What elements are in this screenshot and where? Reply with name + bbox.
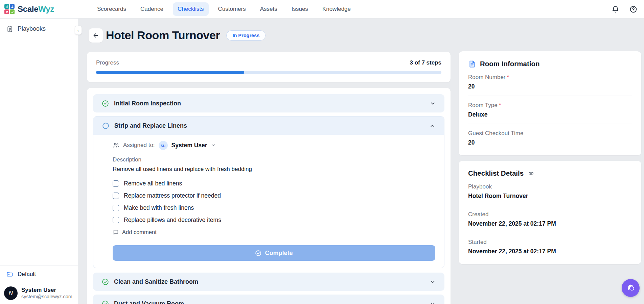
chevron-up-icon <box>430 123 435 129</box>
nav-item-customers[interactable]: Customers <box>213 2 251 16</box>
nav-item-scorecards[interactable]: Scorecards <box>92 2 131 16</box>
checklist-column: Progress 3 of 7 steps Initial Room Inspe… <box>87 52 451 304</box>
add-comment-button[interactable]: Add comment <box>113 228 435 236</box>
field-guest-checkout-time: Guest Checkout Time 20 <box>468 124 632 146</box>
workspace-label: Default <box>18 271 36 278</box>
step-title: Strip and Replace Linens <box>114 122 424 129</box>
assignee-name: System User <box>171 142 207 149</box>
subtask-row[interactable]: Remove all bed linens <box>113 179 435 187</box>
details-panel: Room Information Room Number* 20 Room Ty… <box>459 51 641 264</box>
step-title: Clean and Sanitize Bathroom <box>114 278 425 285</box>
field-value: 20 <box>468 83 632 90</box>
description-text: Remove all used linens and replace with … <box>113 166 435 173</box>
subtask-checkbox[interactable] <box>113 205 119 211</box>
user-profile[interactable]: N System User system@scalewyz.com <box>0 283 78 304</box>
description-label: Description <box>113 156 435 163</box>
nav-item-issues[interactable]: Issues <box>287 2 313 16</box>
assigned-row: Assigned to: su System User <box>113 141 435 150</box>
subtask-checkbox[interactable] <box>113 180 119 187</box>
subtask-label: Make bed with fresh linens <box>124 204 194 211</box>
page-title: Hotel Room Turnover <box>106 29 220 42</box>
sidebar-item-label: Playbooks <box>18 25 46 32</box>
complete-button-label: Complete <box>265 250 293 257</box>
step-dust-and-vacuum-room[interactable]: Dust and Vacuum Room <box>93 295 444 304</box>
checklist-card: Initial Room Inspection Strip and Replac… <box>87 88 451 304</box>
sidebar-collapse-button[interactable]: ‹ <box>75 26 82 35</box>
field-room-number: Room Number* 20 <box>468 68 632 96</box>
field-label: Created <box>468 211 632 218</box>
bell-icon[interactable] <box>612 5 619 13</box>
add-comment-label: Add comment <box>122 229 157 235</box>
step-clean-and-sanitize-bathroom[interactable]: Clean and Sanitize Bathroom <box>93 273 444 291</box>
subtask-label: Remove all bed linens <box>124 180 182 187</box>
step-body: Assigned to: su System User Description … <box>93 135 444 268</box>
avatar: N <box>4 286 18 300</box>
subtask-label: Replace mattress protector if needed <box>124 192 221 199</box>
field-playbook: Playbook Hotel Room Turnover <box>468 177 632 205</box>
users-icon <box>113 142 119 149</box>
logo-barchart-icon <box>4 4 9 9</box>
room-information-card: Room Information Room Number* 20 Room Ty… <box>459 51 641 155</box>
status-badge: In Progress <box>226 30 266 41</box>
field-value: 20 <box>468 139 632 146</box>
field-value: Hotel Room Turnover <box>468 193 632 200</box>
subtask-row[interactable]: Replace pillows and decorative items <box>113 216 435 224</box>
speech-bubble-icon <box>113 229 119 235</box>
circle-outline-icon <box>102 122 109 129</box>
step-header[interactable]: Strip and Replace Linens <box>93 117 444 135</box>
clipboard-icon <box>6 26 13 32</box>
nav-item-assets[interactable]: Assets <box>255 2 282 16</box>
help-icon[interactable] <box>629 5 637 13</box>
main-content: Hotel Room Turnover In Progress Progress… <box>78 19 644 304</box>
assignee-dropdown-icon[interactable] <box>211 143 216 148</box>
subtask-checkbox[interactable] <box>113 217 119 223</box>
sidebar-bottom: Default N System User system@scalewyz.co… <box>0 265 78 304</box>
link-icon[interactable] <box>528 170 534 177</box>
page-header: Hotel Room Turnover In Progress <box>106 29 266 42</box>
chevron-down-icon <box>430 301 436 304</box>
sidebar: Playbooks Default N System User system@s… <box>0 19 78 304</box>
check-circle-icon <box>102 100 109 107</box>
step-initial-room-inspection[interactable]: Initial Room Inspection <box>93 94 444 112</box>
field-created: Created November 22, 2025 at 02:17 PM <box>468 205 632 233</box>
step-strip-and-replace-linens: Strip and Replace Linens Assigned to: su… <box>93 116 444 268</box>
room-information-title: Room Information <box>480 60 540 68</box>
logo-pin-icon <box>4 9 9 14</box>
assigned-label: Assigned to: <box>123 142 155 149</box>
back-button[interactable] <box>89 28 103 43</box>
chevron-down-icon <box>430 279 436 285</box>
logo-grid-icon <box>4 4 15 14</box>
logo-check-icon <box>10 9 15 14</box>
required-marker: * <box>499 102 501 108</box>
progress-steps-count: 3 of 7 steps <box>410 59 441 66</box>
logo-person-icon <box>10 4 15 9</box>
subtask-label: Replace pillows and decorative items <box>124 217 221 224</box>
folder-icon <box>6 271 13 278</box>
subtask-checkbox[interactable] <box>113 193 119 199</box>
chat-button[interactable] <box>622 279 640 297</box>
user-name: System User <box>21 286 72 294</box>
field-label: Room Type* <box>468 102 632 109</box>
check-circle-icon <box>102 300 109 304</box>
progress-label: Progress <box>96 59 119 66</box>
user-info: System User system@scalewyz.com <box>21 286 72 300</box>
nav-item-cadence[interactable]: Cadence <box>136 2 168 16</box>
brand-name: ScaleWyz <box>18 4 54 14</box>
brand-logo[interactable]: ScaleWyz <box>0 4 78 14</box>
chat-bubbles-icon <box>626 283 636 293</box>
subtask-row[interactable]: Replace mattress protector if needed <box>113 192 435 200</box>
chevron-down-icon <box>430 101 436 106</box>
step-title: Dust and Vacuum Room <box>114 300 425 304</box>
field-value: November 22, 2025 at 02:17 PM <box>468 248 632 255</box>
top-bar: ScaleWyz Scorecards Cadence Checklists C… <box>0 0 644 19</box>
main-nav: Scorecards Cadence Checklists Customers … <box>92 2 355 16</box>
sidebar-item-playbooks[interactable]: Playbooks <box>0 19 78 39</box>
user-email: system@scalewyz.com <box>21 294 72 300</box>
subtask-row[interactable]: Make bed with fresh linens <box>113 204 435 212</box>
workspace-selector[interactable]: Default <box>0 265 78 283</box>
nav-item-knowledge[interactable]: Knowledge <box>318 2 355 16</box>
complete-button[interactable]: Complete <box>113 245 435 261</box>
field-label: Started <box>468 239 632 246</box>
subtask-list: Remove all bed linens Replace mattress p… <box>113 179 435 224</box>
nav-item-checklists[interactable]: Checklists <box>173 2 208 16</box>
